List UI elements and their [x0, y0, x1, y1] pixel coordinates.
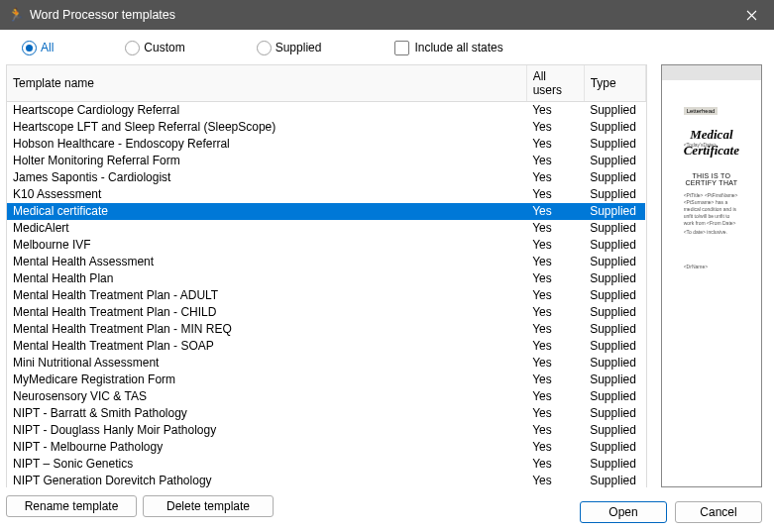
filter-radio-supplied[interactable]: Supplied: [241, 39, 328, 57]
table-row[interactable]: Mental Health AssessmentYesSupplied: [7, 254, 645, 270]
cell-users: Yes: [526, 355, 584, 372]
template-table-scroll[interactable]: Template name All users Type Heartscope …: [7, 65, 646, 487]
table-row[interactable]: NIPT - Barratt & Smith PathologyYesSuppl…: [7, 405, 645, 422]
cell-users: Yes: [526, 405, 584, 422]
cell-name: Mini Nutritional Assessment: [7, 355, 526, 372]
cell-type: Supplied: [584, 270, 645, 287]
table-row[interactable]: NIPT - Melbourne PathologyYesSupplied: [7, 439, 645, 456]
radio-label: All: [41, 41, 54, 54]
cell-name: Mental Health Treatment Plan - CHILD: [7, 304, 526, 321]
cell-type: Supplied: [584, 153, 645, 169]
table-row[interactable]: MyMedicare Registration FormYesSupplied: [7, 372, 645, 388]
cell-type: Supplied: [584, 203, 645, 220]
preview-body-1: <PtTitle> <PtFirstName> <PtSurname> has …: [684, 192, 739, 227]
delete-template-button[interactable]: Delete template: [143, 495, 274, 517]
cell-users: Yes: [526, 388, 584, 405]
preview-body-2: <To date> inclusive.: [684, 229, 739, 236]
radio-label: Supplied: [276, 41, 322, 54]
table-row[interactable]: Mini Nutritional AssessmentYesSupplied: [7, 355, 645, 372]
cell-name: NIPT Generation Dorevitch Pathology: [7, 473, 526, 487]
col-header-name[interactable]: Template name: [7, 65, 526, 102]
preview-ruler: [662, 65, 761, 80]
table-row[interactable]: Mental Health Treatment Plan - MIN REQYe…: [7, 321, 645, 338]
cell-users: Yes: [526, 169, 584, 186]
cell-users: Yes: [526, 102, 584, 119]
cell-name: NIPT - Melbourne Pathology: [7, 439, 526, 456]
table-row[interactable]: K10 AssessmentYesSupplied: [7, 186, 645, 203]
rename-template-button[interactable]: Rename template: [6, 495, 137, 517]
cell-name: Melbourne IVF: [7, 237, 526, 254]
open-button[interactable]: Open: [580, 501, 667, 523]
radio-icon: [125, 41, 140, 55]
cell-users: Yes: [526, 338, 584, 355]
cell-type: Supplied: [584, 169, 645, 186]
close-button[interactable]: [728, 0, 774, 30]
cell-users: Yes: [526, 220, 584, 237]
cell-name: MedicAlert: [7, 220, 526, 237]
cell-users: Yes: [526, 136, 584, 153]
cell-users: Yes: [526, 270, 584, 287]
radio-icon: [22, 41, 37, 55]
col-header-users[interactable]: All users: [526, 65, 584, 102]
cancel-button[interactable]: Cancel: [675, 501, 762, 523]
cell-users: Yes: [526, 456, 584, 473]
cell-name: Mental Health Treatment Plan - ADULT: [7, 287, 526, 304]
filter-toolbar: All Custom Supplied Include all states: [0, 30, 774, 64]
cell-type: Supplied: [584, 220, 645, 237]
cell-users: Yes: [526, 304, 584, 321]
preview-cert-heading: THIS IS TO CERTIFY THAT: [684, 172, 739, 186]
table-row[interactable]: NIPT Generation Dorevitch PathologyYesSu…: [7, 473, 645, 487]
table-row[interactable]: Mental Health Treatment Plan - CHILDYesS…: [7, 304, 645, 321]
table-row[interactable]: Melbourne IVFYesSupplied: [7, 237, 645, 254]
table-row[interactable]: Hobson Healthcare - Endoscopy ReferralYe…: [7, 136, 645, 153]
cell-users: Yes: [526, 153, 584, 169]
table-row[interactable]: Neurosensory VIC & TASYesSupplied: [7, 388, 645, 405]
cell-type: Supplied: [584, 102, 645, 119]
cell-name: Medical certificate: [7, 203, 526, 220]
cell-name: Heartscope LFT and Sleep Referral (Sleep…: [7, 119, 526, 136]
cell-users: Yes: [526, 321, 584, 338]
app-icon: 🏃: [8, 7, 24, 23]
cell-type: Supplied: [584, 321, 645, 338]
col-header-type[interactable]: Type: [584, 65, 645, 102]
cell-name: MyMedicare Registration Form: [7, 372, 526, 388]
cell-users: Yes: [526, 473, 584, 487]
preview-date-field: <Today'sDate>: [684, 142, 717, 149]
include-all-states-checkbox[interactable]: Include all states: [394, 41, 502, 55]
filter-radio-custom[interactable]: Custom: [109, 39, 190, 57]
window-title: Word Processor templates: [30, 8, 175, 22]
cell-users: Yes: [526, 422, 584, 439]
table-row[interactable]: NIPT - Douglass Hanly Moir PathologyYesS…: [7, 422, 645, 439]
cell-type: Supplied: [584, 372, 645, 388]
preview-letterhead-button: Letterhead: [684, 107, 719, 115]
table-row[interactable]: Mental Health PlanYesSupplied: [7, 270, 645, 287]
dialog-button-row: Open Cancel: [580, 501, 762, 523]
table-row[interactable]: Heartscope Cardiology ReferralYesSupplie…: [7, 102, 645, 119]
cell-name: NIPT – Sonic Genetics: [7, 456, 526, 473]
table-row[interactable]: James Sapontis - CardiologistYesSupplied: [7, 169, 645, 186]
table-row[interactable]: NIPT – Sonic GeneticsYesSupplied: [7, 456, 645, 473]
cell-users: Yes: [526, 186, 584, 203]
cell-type: Supplied: [584, 119, 645, 136]
cell-users: Yes: [526, 372, 584, 388]
table-row[interactable]: MedicAlertYesSupplied: [7, 220, 645, 237]
cell-users: Yes: [526, 237, 584, 254]
cell-name: Neurosensory VIC & TAS: [7, 388, 526, 405]
table-row[interactable]: Heartscope LFT and Sleep Referral (Sleep…: [7, 119, 645, 136]
cell-type: Supplied: [584, 338, 645, 355]
template-preview: Letterhead Medical Certificate <Today'sD…: [661, 64, 762, 487]
preview-page: Letterhead Medical Certificate <Today'sD…: [662, 80, 761, 486]
table-row[interactable]: Mental Health Treatment Plan - ADULTYesS…: [7, 287, 645, 304]
cell-name: Mental Health Assessment: [7, 254, 526, 270]
filter-radio-all[interactable]: All: [6, 39, 59, 57]
cell-users: Yes: [526, 203, 584, 220]
cell-name: NIPT - Douglass Hanly Moir Pathology: [7, 422, 526, 439]
cell-type: Supplied: [584, 473, 645, 487]
cell-users: Yes: [526, 439, 584, 456]
preview-drname: <DrName>: [684, 264, 739, 270]
table-row[interactable]: Medical certificateYesSupplied: [7, 203, 645, 220]
table-row[interactable]: Mental Health Treatment Plan - SOAPYesSu…: [7, 338, 645, 355]
checkbox-icon: [394, 41, 409, 55]
table-row[interactable]: Holter Monitoring Referral FormYesSuppli…: [7, 153, 645, 169]
cell-name: NIPT - Barratt & Smith Pathology: [7, 405, 526, 422]
